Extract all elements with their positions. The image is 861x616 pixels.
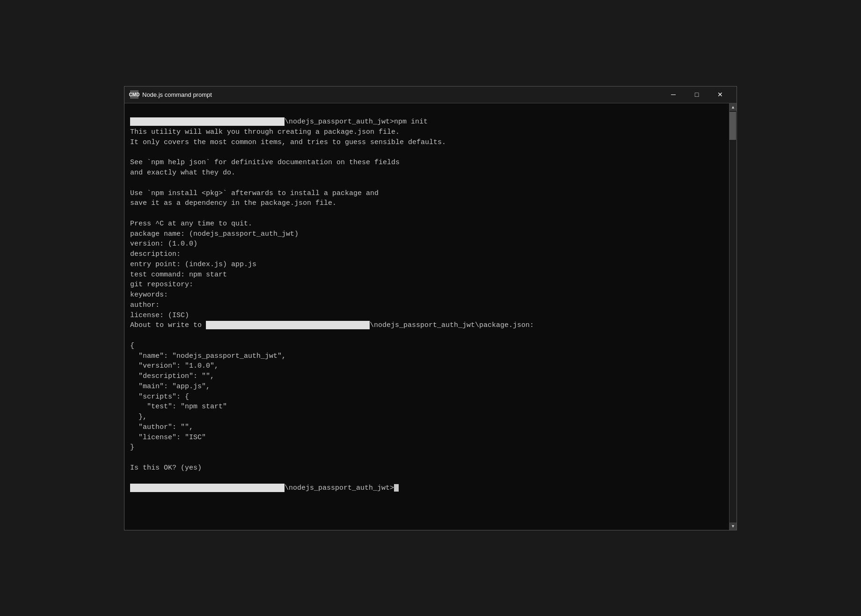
line5: and exactly what they do. [130,169,235,177]
line16: git repository: [130,281,193,289]
line18: author: [130,301,160,309]
line10: Press ^C at any time to quit. [130,220,252,228]
prompt-top: \nodejs_passport_auth_jwt>npm init [130,118,428,126]
line1: This utility will walk you through creat… [130,128,400,136]
maximize-button[interactable]: □ [686,87,708,101]
window-title: Node.js command prompt [142,91,663,98]
terminal-window: CMD Node.js command prompt ─ □ ✕ \nodejs… [124,86,737,530]
redacted-path-bottom [130,484,285,492]
scrollbar[interactable]: ▲ ▼ [729,103,737,530]
line19: license: (ISC) [130,312,189,319]
window-controls: ─ □ ✕ [663,87,731,101]
scrollbar-thumb[interactable] [730,112,736,140]
line12: version: (1.0.0) [130,240,197,248]
line13: description: [130,250,181,258]
terminal-area: \nodejs_passport_auth_jwt>npm init This … [124,103,737,530]
terminal-output[interactable]: \nodejs_passport_auth_jwt>npm init This … [124,103,729,530]
minimize-button[interactable]: ─ [663,87,684,101]
line7: Use `npm install <pkg>` afterwards to in… [130,189,379,197]
is-ok-line: Is this OK? (yes) [130,464,202,472]
line14: entry point: (index.js) app.js [130,261,256,268]
line4: See `npm help json` for definitive docum… [130,159,400,167]
window-icon: CMD [130,90,139,99]
scroll-down-arrow[interactable]: ▼ [730,522,737,530]
line11: package name: (nodejs_passport_auth_jwt) [130,230,299,238]
line15: test command: npm start [130,271,227,279]
terminal-cursor [394,484,399,492]
title-bar: CMD Node.js command prompt ─ □ ✕ [124,87,737,103]
line8: save it as a dependency in the package.j… [130,199,336,207]
scroll-up-arrow[interactable]: ▲ [730,103,737,111]
line2: It only covers the most common items, an… [130,138,446,146]
redacted-path-write [206,321,370,329]
redacted-path-top [130,117,285,126]
prompt-bottom: \nodejs_passport_auth_jwt> [130,484,399,492]
line20: About to write to \nodejs_passport_auth_… [130,321,534,329]
close-button[interactable]: ✕ [709,87,731,101]
json-output: { "name": "nodejs_passport_auth_jwt", "v… [130,342,286,452]
line17: keywords: [130,291,168,299]
